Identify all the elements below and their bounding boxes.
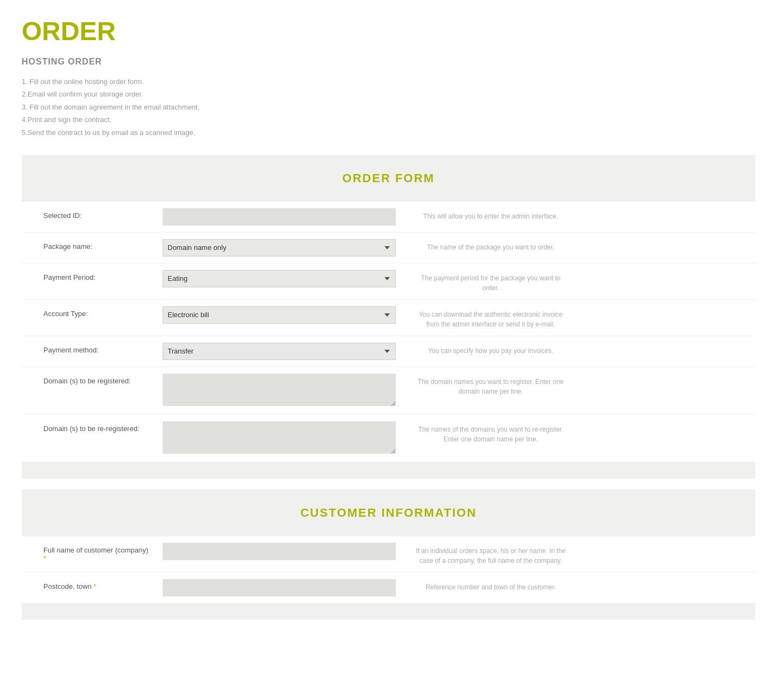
payment-method-row: Payment method: Transfer Credit card Pay… xyxy=(22,336,755,367)
postcode-required: * xyxy=(94,582,97,590)
instruction-2: 2.Email will confirm your storage order. xyxy=(22,88,755,100)
domain-register-textarea[interactable] xyxy=(163,374,396,406)
domain-register-label: Domain (s) to be registered: xyxy=(43,374,163,385)
instruction-5: 5.Send the contract to us by email as a … xyxy=(22,126,755,139)
customer-info-title: CUSTOMER INFORMATION xyxy=(22,506,755,520)
domain-reregister-label: Domain (s) to be re-registered: xyxy=(43,421,163,433)
payment-method-select[interactable]: Transfer Credit card PayPal xyxy=(163,343,396,360)
postcode-town-input[interactable] xyxy=(163,579,396,596)
domain-register-hint: The domain names you want to register. E… xyxy=(396,374,569,396)
page-main-title: ORDER xyxy=(22,16,755,46)
instruction-3: 3. Fill out the domain agreement in the … xyxy=(22,101,755,113)
hosting-order-heading: HOSTING ORDER xyxy=(22,57,755,67)
domain-reregister-textarea[interactable] xyxy=(163,421,396,454)
account-type-hint: You can download the authentic electroni… xyxy=(396,306,569,329)
postcode-town-input-area xyxy=(163,579,396,596)
instructions-block: 1. Fill out the online hosting order for… xyxy=(22,75,755,139)
payment-period-label: Payment Period: xyxy=(43,270,163,281)
full-name-label: Full name of customer (company) * xyxy=(43,543,163,562)
postcode-town-row: Postcode, town * Reference number and to… xyxy=(22,573,755,603)
account-type-select[interactable]: Electronic bill Paper bill xyxy=(163,306,396,324)
selected-id-row: Selected ID: This will allow you to ente… xyxy=(22,202,755,232)
instruction-4: 4.Print and sign the contract. xyxy=(22,113,755,126)
instruction-1: 1. Fill out the online hosting order for… xyxy=(22,75,755,88)
postcode-town-hint: Reference number and town of the custome… xyxy=(396,579,569,592)
package-name-row: Package name: Domain name only Basic Sta… xyxy=(22,233,755,263)
full-name-input[interactable] xyxy=(163,543,396,560)
customer-info-section: CUSTOMER INFORMATION Full name of custom… xyxy=(22,490,755,620)
domain-reregister-input-area xyxy=(163,421,396,455)
selected-id-hint: This will allow you to enter the admin i… xyxy=(396,208,569,221)
payment-method-input-area: Transfer Credit card PayPal xyxy=(163,343,396,360)
package-name-hint: The name of the package you want to orde… xyxy=(396,239,569,252)
payment-period-hint: The payment period for the package you w… xyxy=(396,270,569,293)
full-name-row: Full name of customer (company) * If an … xyxy=(22,536,755,572)
package-name-label: Package name: xyxy=(43,239,163,251)
package-name-select[interactable]: Domain name only Basic Standard Premium xyxy=(163,239,396,256)
account-type-input-area: Electronic bill Paper bill xyxy=(163,306,396,324)
full-name-hint: If an individual orders space, his or he… xyxy=(396,543,569,566)
selected-id-label: Selected ID: xyxy=(43,208,163,220)
selected-id-input-area xyxy=(163,208,396,226)
order-form-title: ORDER FORM xyxy=(22,171,755,185)
domain-register-row: Domain (s) to be registered: The domain … xyxy=(22,367,755,414)
payment-method-hint: You can specify how you pay your invoice… xyxy=(396,343,569,356)
domain-register-input-area xyxy=(163,374,396,408)
full-name-input-area xyxy=(163,543,396,560)
payment-period-row: Payment Period: Eating Monthly Quarterly… xyxy=(22,264,755,299)
account-type-label: Account Type: xyxy=(43,306,163,318)
selected-id-input[interactable] xyxy=(163,208,396,226)
domain-reregister-hint: The names of the domains you want to re-… xyxy=(396,421,569,444)
order-form-section: ORDER FORM Selected ID: This will allow … xyxy=(22,155,755,479)
postcode-town-label: Postcode, town * xyxy=(43,579,163,590)
payment-method-label: Payment method: xyxy=(43,343,163,354)
account-type-row: Account Type: Electronic bill Paper bill… xyxy=(22,300,755,336)
package-name-input-area: Domain name only Basic Standard Premium xyxy=(163,239,396,256)
payment-period-input-area: Eating Monthly Quarterly Annually xyxy=(163,270,396,287)
full-name-required: * xyxy=(43,554,46,562)
domain-reregister-row: Domain (s) to be re-registered: The name… xyxy=(22,415,755,462)
payment-period-select[interactable]: Eating Monthly Quarterly Annually xyxy=(163,270,396,287)
